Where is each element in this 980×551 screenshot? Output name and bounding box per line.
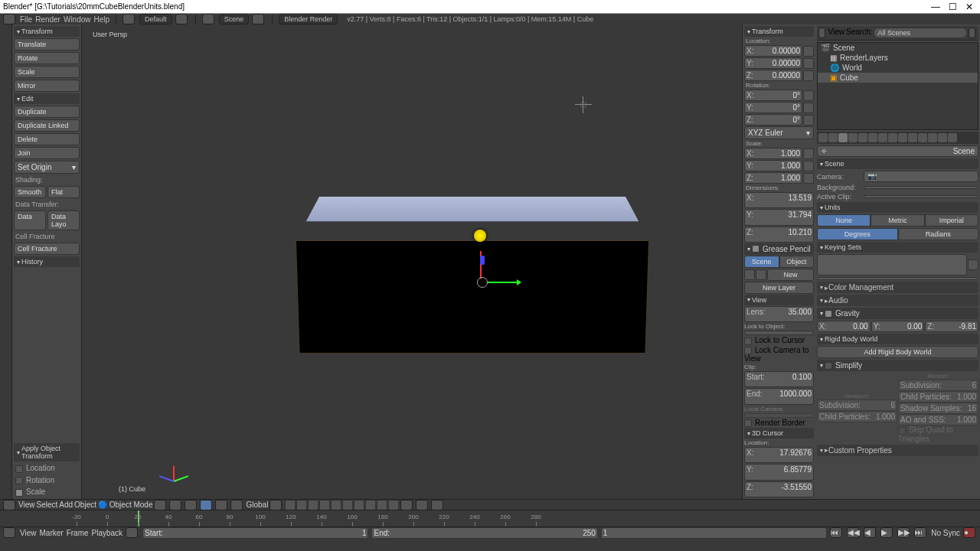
grease-pencil-header[interactable]: Grease Pencil [744,243,814,255]
gravity-y-field[interactable]: Y:0.00 [871,321,925,332]
units-radians-button[interactable]: Radians [898,228,979,240]
cube-object[interactable] [273,197,671,365]
rotate-button[interactable]: Rotate [14,52,80,64]
apply-transform-header[interactable]: Apply Object Transform [14,443,80,461]
gravity-x-field[interactable]: X:0.00 [817,321,871,332]
gp-newlayer-button[interactable]: New Layer [744,282,814,294]
gp-new-button[interactable]: New [767,269,814,281]
duplicate-button[interactable]: Duplicate [14,106,80,118]
rot-x-field[interactable]: X:0° [744,90,802,101]
gizmo-x-axis[interactable] [488,282,520,283]
gp-scene-button[interactable]: Scene [744,256,779,268]
start-frame-field[interactable]: Start:1 [142,527,368,539]
pencil-icon[interactable] [744,269,755,280]
lock-icon[interactable] [803,58,814,69]
outliner-search-input[interactable] [874,28,967,38]
3d-viewport[interactable]: User Persp (1) Cube [81,24,743,499]
add-rbw-button[interactable]: Add Rigid Body World [817,346,978,358]
3d-cursor-header[interactable]: 3D Cursor [744,428,814,439]
n-transform-header[interactable]: Transform [744,26,814,37]
translate-button[interactable]: Translate [14,38,80,51]
next-key-icon[interactable]: ▶▶ [897,527,910,538]
scale-check[interactable] [15,489,23,497]
loc-y-field[interactable]: Y:0.00000 [744,57,802,69]
header-select[interactable]: Select [37,500,58,509]
clip-end-field[interactable]: End:1000.000 [744,388,814,404]
play-reverse-icon[interactable]: ◀ [864,527,876,538]
add-keying-icon[interactable] [968,259,978,270]
engine-dropdown[interactable]: Blender Render [279,14,338,24]
rot-z-field[interactable]: Z:0° [744,114,802,126]
timeline-editor-icon[interactable] [3,527,15,538]
menu-help[interactable]: Help [94,15,110,24]
rotation-mode-dropdown[interactable]: XYZ Euler▾ [744,126,814,139]
loc-z-field[interactable]: Z:0.00000 [744,70,802,81]
timeline-frame[interactable]: Frame [67,529,89,537]
properties-tabs[interactable] [817,132,978,144]
lock-camera-check[interactable] [744,347,752,354]
snap-icon[interactable] [400,500,413,510]
jump-end-icon[interactable]: ⏭ [914,527,926,538]
keying-active[interactable] [817,277,978,280]
jump-start-icon[interactable]: ⏮ [830,527,842,538]
units-degrees-button[interactable]: Degrees [817,228,898,240]
history-panel-header[interactable]: History [14,256,80,267]
current-frame-field[interactable]: 1 [601,527,827,539]
color-mgmt-header[interactable]: ▸ Color Management [817,282,978,293]
header-add[interactable]: Add [59,500,73,509]
render-icon[interactable] [431,500,443,510]
outliner-tree[interactable]: 🎬Scene ▦RenderLayers 🌐World ▣Cube [817,42,978,130]
background-field[interactable] [864,186,978,189]
custom-props-header[interactable]: ▸ Custom Properties [817,445,978,456]
data-button[interactable]: Data [14,210,46,230]
cursor-x-field[interactable]: X:17.92676 [744,447,814,463]
camera-field[interactable]: 📷 [864,171,978,182]
lock-cursor-check[interactable] [744,337,752,345]
data-layout-button[interactable]: Data Layo [47,210,80,230]
rewind-icon[interactable] [126,527,138,538]
close-button[interactable]: ✕ [962,2,977,12]
tool-tabs[interactable] [0,24,12,499]
lock-icon[interactable] [803,161,814,171]
back-icon[interactable] [122,14,135,24]
loc-x-field[interactable]: X:0.00000 [744,45,802,57]
prev-key-icon[interactable]: ◀◀ [847,527,859,538]
scene-panel-header[interactable]: Scene [817,158,978,169]
lock-icon[interactable] [803,173,814,184]
timeline-playback[interactable]: Playback [92,529,123,537]
scale-button[interactable]: Scale [14,66,80,78]
scale-manip-icon[interactable] [230,500,243,510]
set-origin-dropdown[interactable]: Set Origin▾ [14,161,80,174]
activeclip-field[interactable] [864,195,978,198]
timeline-ruler[interactable]: -200204060801001201401601802002202402602… [0,510,980,527]
header-view[interactable]: View [18,500,35,509]
orientation-dropdown[interactable]: Global [246,500,268,509]
flat-button[interactable]: Flat [47,186,80,198]
gravity-z-field[interactable]: Z:-9.81 [925,321,978,332]
lock-icon[interactable] [803,46,814,57]
keying-list[interactable] [817,254,967,276]
rotation-check[interactable] [15,477,23,484]
units-metric-button[interactable]: Metric [871,214,924,227]
lock-object-field[interactable] [744,331,814,335]
viewport-editor-icon[interactable] [3,500,15,510]
mirror-button[interactable]: Mirror [14,80,80,92]
pivot-icon[interactable] [169,500,181,510]
clip-start-field[interactable]: Start:0.100 [744,371,814,387]
layer-buttons[interactable] [285,500,399,510]
timeline-marker[interactable]: Marker [40,529,64,537]
cursor-z-field[interactable]: Z:-3.51550 [744,481,814,497]
cursor-y-field[interactable]: Y:6.85779 [744,464,814,480]
audio-header[interactable]: ▸ Audio [817,295,978,306]
sc-z-field[interactable]: Z:1.000 [744,172,802,184]
layout-dropdown[interactable]: Default [139,14,172,24]
gizmo-y-axis[interactable] [480,256,485,265]
mode-dropdown[interactable]: 🔵 Object Mode [98,500,152,509]
gizmo-origin[interactable] [477,277,488,288]
dim-z-field[interactable]: Z:10.210 [744,227,814,243]
add-layout-icon[interactable] [175,14,188,24]
location-check[interactable] [15,465,23,473]
cell-fracture-button[interactable]: Cell Fracture [14,243,80,255]
lock-icon[interactable] [803,103,814,113]
lock-icon[interactable] [803,70,814,81]
